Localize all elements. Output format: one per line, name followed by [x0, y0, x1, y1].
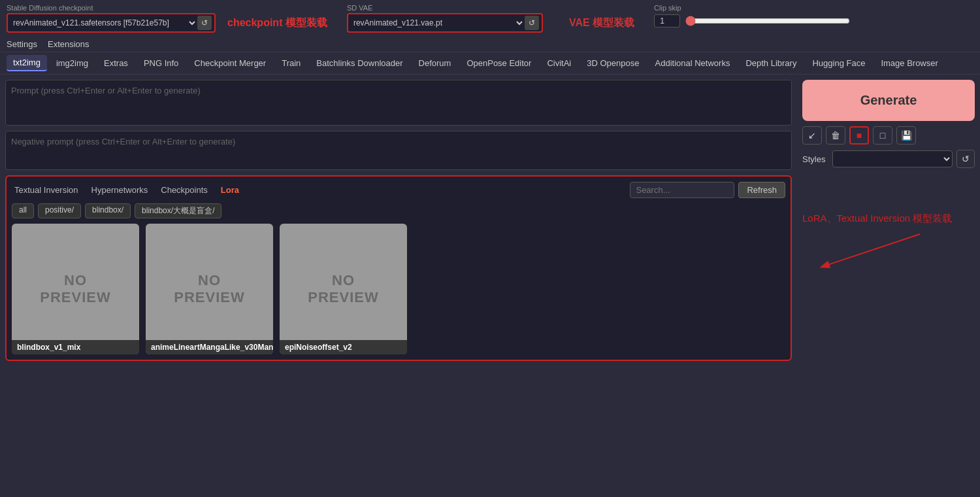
clip-skip-slider[interactable]: [685, 16, 850, 26]
lora-search-input[interactable]: [630, 182, 734, 198]
lora-annotation-area: LoRA、Textual Inversion 模型装载: [802, 213, 975, 280]
settings-bar: Settings Extensions: [0, 37, 980, 52]
tab-train[interactable]: Train: [275, 56, 307, 71]
filter-tags: all positive/ blindbox/ blindbox/大概是盲盒/: [12, 203, 785, 218]
lora-search-area: Refresh: [630, 182, 785, 198]
tab-hugging-face[interactable]: Hugging Face: [806, 56, 872, 71]
checkpoint-refresh-icon[interactable]: ↺: [197, 16, 212, 30]
filter-blindbox-sub[interactable]: blindbox/大概是盲盒/: [135, 203, 221, 218]
filter-positive[interactable]: positive/: [38, 203, 81, 218]
vae-select[interactable]: revAnimated_v121.vae.pt: [351, 18, 525, 28]
tab-txt2img[interactable]: txt2img: [7, 55, 47, 71]
tab-additional-networks[interactable]: Additional Networks: [649, 56, 737, 71]
negative-placeholder: Negative prompt (press Ctrl+Enter or Alt…: [11, 137, 235, 146]
tab-depth-library[interactable]: Depth Library: [739, 56, 803, 71]
styles-row: Styles ↺: [802, 150, 975, 168]
model-card-2[interactable]: NOPREVIEW epiNoiseoffset_v2: [280, 224, 407, 354]
clip-label: Clip skip: [654, 4, 850, 12]
model-name-1: animeLineartMangaLike_v30MangaLike: [146, 340, 273, 354]
extensions-link[interactable]: Extensions: [48, 39, 90, 49]
tab-checkpoint-merger[interactable]: Checkpoint Merger: [188, 56, 272, 71]
model-card-0[interactable]: NOPREVIEW blindbox_v1_mix: [12, 224, 139, 354]
model-preview-0: NOPREVIEW: [12, 224, 139, 354]
settings-link[interactable]: Settings: [7, 39, 37, 49]
main-content: Prompt (press Ctrl+Enter or Alt+Enter to…: [0, 75, 980, 487]
vae-label: SD VAE: [347, 4, 543, 12]
left-panel: Prompt (press Ctrl+Enter or Alt+Enter to…: [0, 75, 797, 487]
vae-refresh-icon[interactable]: ↺: [525, 16, 539, 30]
tabs-bar: txt2img img2img Extras PNG Info Checkpoi…: [0, 52, 980, 75]
model-name-0: blindbox_v1_mix: [12, 340, 139, 354]
tab-image-browser[interactable]: Image Browser: [874, 56, 944, 71]
top-bar: Stable Diffusion checkpoint revAnimated_…: [0, 0, 980, 37]
checkpoint-annotation: checkpoint 模型装载: [227, 16, 327, 33]
model-card-1[interactable]: NOPREVIEW animeLineartMangaLike_v30Manga…: [146, 224, 273, 354]
checkpoint-box: revAnimated_v121.safetensors [f57b21e57b…: [7, 13, 216, 33]
clip-slider-row: [654, 14, 850, 27]
model-name-2: epiNoiseoffset_v2: [280, 340, 407, 354]
checkpoint-select[interactable]: revAnimated_v121.safetensors [f57b21e57b…: [10, 18, 197, 28]
filter-all[interactable]: all: [12, 203, 34, 218]
stop-icon-btn[interactable]: ■: [849, 126, 869, 145]
styles-select[interactable]: [832, 150, 953, 167]
checkpoint-section: Stable Diffusion checkpoint revAnimated_…: [7, 4, 216, 33]
save-icon-btn[interactable]: 💾: [896, 126, 916, 145]
clip-value-input[interactable]: [654, 14, 680, 27]
no-preview-text-1: NOPREVIEW: [174, 272, 244, 307]
vae-box: revAnimated_v121.vae.pt ↺: [347, 13, 543, 33]
tab-deforum[interactable]: Deforum: [412, 56, 458, 71]
copy-icon-btn[interactable]: □: [873, 126, 892, 145]
negative-prompt-input[interactable]: Negative prompt (press Ctrl+Enter or Alt…: [5, 131, 792, 170]
model-grid: NOPREVIEW blindbox_v1_mix NOPREVIEW anim…: [12, 224, 785, 354]
model-preview-2: NOPREVIEW: [280, 224, 407, 354]
no-preview-text-2: NOPREVIEW: [308, 272, 378, 307]
clip-skip-section: Clip skip: [654, 4, 850, 27]
action-buttons: ↙ 🗑 ■ □ 💾: [802, 126, 975, 145]
tab-png-info[interactable]: PNG Info: [137, 56, 185, 71]
lora-tabs-row: Textual Inversion Hypernetworks Checkpoi…: [12, 182, 785, 198]
filter-blindbox[interactable]: blindbox/: [85, 203, 131, 218]
prompt-input[interactable]: Prompt (press Ctrl+Enter or Alt+Enter to…: [5, 80, 792, 126]
prompt-placeholder: Prompt (press Ctrl+Enter or Alt+Enter to…: [11, 86, 201, 95]
no-preview-text-0: NOPREVIEW: [40, 272, 110, 307]
tab-hypernetworks[interactable]: Hypernetworks: [89, 184, 151, 196]
svg-line-1: [822, 234, 920, 267]
checkpoint-label: Stable Diffusion checkpoint: [7, 4, 216, 12]
tab-civitai[interactable]: CivitAi: [540, 56, 578, 71]
model-preview-1: NOPREVIEW: [146, 224, 273, 354]
tab-batchlinks[interactable]: Batchlinks Downloader: [310, 56, 409, 71]
right-panel: Generate ↙ 🗑 ■ □ 💾 Styles ↺ LoRA、Textual…: [797, 75, 980, 487]
tab-lora[interactable]: Lora: [218, 184, 242, 196]
lora-refresh-button[interactable]: Refresh: [738, 182, 785, 198]
tab-openpose[interactable]: OpenPose Editor: [460, 56, 538, 71]
vae-annotation: VAE 模型装载: [569, 16, 634, 33]
styles-label: Styles: [802, 154, 828, 164]
resize-icon-btn[interactable]: ↙: [802, 126, 822, 145]
tab-img2img[interactable]: img2img: [50, 56, 95, 71]
tab-textual-inversion[interactable]: Textual Inversion: [12, 184, 81, 196]
vae-section: SD VAE revAnimated_v121.vae.pt ↺: [347, 4, 543, 33]
lora-annotation: LoRA、Textual Inversion 模型装载: [802, 213, 952, 224]
trash-icon-btn[interactable]: 🗑: [826, 126, 845, 145]
generate-button[interactable]: Generate: [802, 80, 975, 121]
tab-3d-openpose[interactable]: 3D Openpose: [580, 56, 645, 71]
styles-refresh-btn[interactable]: ↺: [956, 150, 975, 168]
tab-checkpoints[interactable]: Checkpoints: [158, 184, 210, 196]
tab-extras[interactable]: Extras: [97, 56, 135, 71]
lora-arrow-svg: [802, 228, 946, 280]
lora-panel: Textual Inversion Hypernetworks Checkpoi…: [5, 175, 792, 361]
